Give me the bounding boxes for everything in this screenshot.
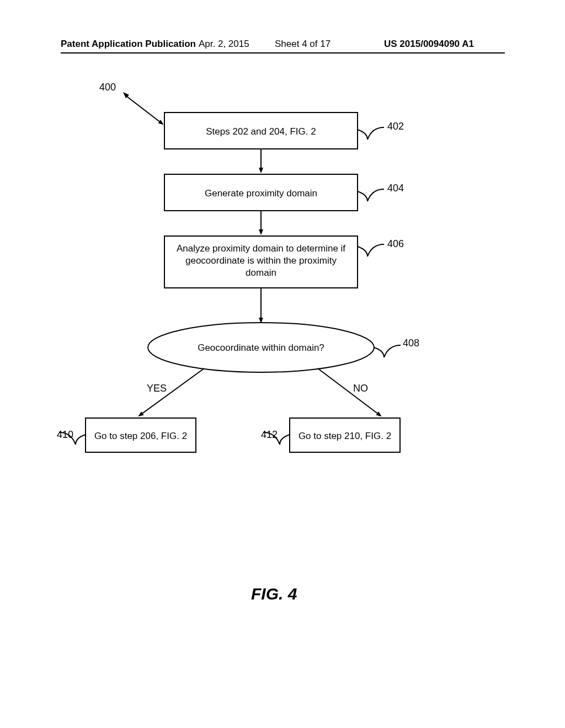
- ref-406: 406: [387, 238, 404, 250]
- ref-402: 402: [387, 121, 404, 132]
- ref-400: 400: [99, 82, 116, 93]
- page-root: Patent Application Publication Apr. 2, 2…: [0, 0, 565, 728]
- box-412-text: Go to step 210, FIG. 2: [290, 430, 400, 442]
- ref-408: 408: [403, 338, 419, 349]
- ref-410: 410: [57, 429, 73, 441]
- branch-no: NO: [353, 383, 368, 394]
- branch-yes: YES: [147, 383, 167, 394]
- figure-title: FIG. 4: [251, 585, 297, 603]
- flowchart-svg: [0, 0, 565, 728]
- decision-408-text: Geocoordinate within domain?: [164, 342, 358, 354]
- box-406-text: Analyze proximity domain to determine if…: [170, 243, 352, 279]
- svg-line-10: [318, 368, 381, 416]
- svg-line-0: [127, 97, 163, 124]
- ref-412: 412: [261, 429, 278, 441]
- ref-404: 404: [387, 183, 404, 194]
- box-410-text: Go to step 206, FIG. 2: [86, 430, 196, 442]
- box-402-text: Steps 202 and 204, FIG. 2: [164, 126, 358, 138]
- box-404-text: Generate proximity domain: [164, 188, 358, 200]
